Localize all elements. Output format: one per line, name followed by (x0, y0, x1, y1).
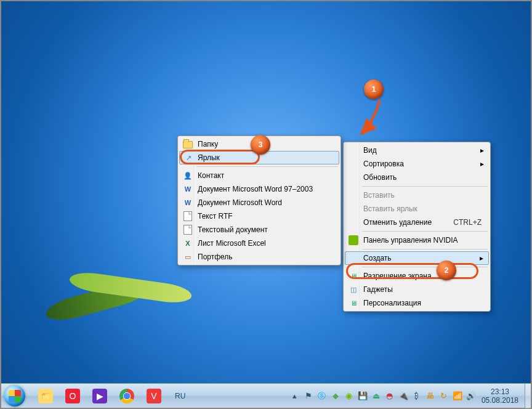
tray-skype-icon[interactable]: ⓢ (316, 391, 328, 402)
windows-logo-icon (4, 386, 25, 407)
folder-icon (183, 139, 193, 149)
tray-printer-icon[interactable]: 🖶 (425, 391, 436, 402)
tray-bluetooth-icon[interactable]: ₿ (411, 391, 422, 402)
callout-1: 1 (364, 79, 384, 99)
vivaldi-icon: V (147, 389, 161, 403)
tray-flag-icon[interactable]: ⚑ (303, 391, 314, 402)
contact-icon: 👤 (183, 171, 193, 180)
show-desktop-button[interactable] (525, 384, 531, 408)
submenu-item-contact[interactable]: 👤Контакт (179, 169, 339, 182)
submenu-item-word[interactable]: WДокумент Microsoft Word (179, 196, 339, 209)
tray-shield-icon[interactable]: ◓ (384, 391, 395, 402)
desktop[interactable]: 1 Вид▸ Сортировка▸ Обновить Вставить Вст… (1, 1, 531, 408)
taskbar-app-chrome[interactable] (115, 386, 139, 406)
tray-volume-icon[interactable]: 🔊 (465, 391, 477, 402)
gadget-icon: ◫ (349, 285, 358, 294)
start-button[interactable] (1, 384, 28, 408)
context-submenu-new: Папку ↗Ярлык 👤Контакт WДокумент Microsof… (177, 136, 341, 265)
tray-disk-icon[interactable]: 💾 (357, 391, 368, 402)
tray-sync-icon[interactable]: ↻ (438, 391, 449, 402)
submenu-item-txt[interactable]: Текстовый документ (179, 223, 339, 237)
chevron-right-icon: ▸ (480, 254, 483, 262)
menu-item-paste: Вставить (345, 188, 489, 202)
chrome-icon (119, 389, 134, 403)
play-icon: ▶ (92, 389, 107, 403)
submenu-item-excel[interactable]: XЛист Microsoft Excel (179, 237, 339, 250)
folder-icon: 📁 (38, 389, 53, 403)
excel-icon: X (183, 238, 193, 248)
menu-item-sort[interactable]: Сортировка▸ (345, 157, 489, 171)
menu-item-personalize[interactable]: 🖥Персонализация (345, 296, 489, 310)
submenu-item-briefcase[interactable]: ▭Портфель (179, 250, 339, 264)
menu-item-new[interactable]: Создать▸ (345, 251, 489, 265)
monitor-icon: 🖥 (349, 271, 358, 281)
system-tray: ▴ ⚑ ⓢ ◆ ◉ 💾 ⏏ ◓ 🔌 ₿ 🖶 ↻ 📶 🔊 23:13 05.08.… (288, 384, 531, 408)
opera-icon: O (65, 389, 80, 403)
tray-network-icon[interactable]: 📶 (452, 391, 463, 402)
tray-show-hidden-icon[interactable]: ▴ (289, 391, 300, 402)
menu-item-gadgets[interactable]: ◫Гаджеты (345, 283, 489, 296)
briefcase-icon: ▭ (183, 252, 193, 262)
chevron-right-icon: ▸ (480, 160, 484, 168)
context-menu-desktop: Вид▸ Сортировка▸ Обновить Вставить Встав… (343, 142, 491, 312)
shortcut-icon: ↗ (183, 153, 193, 163)
taskbar: 📁 O ▶ V RU ▴ ⚑ ⓢ ◆ ◉ 💾 ⏏ ◓ 🔌 ₿ 🖶 ↻ 📶 🔊 2… (1, 383, 531, 408)
taskbar-app-vivaldi[interactable]: V (142, 386, 166, 406)
menu-item-refresh[interactable]: Обновить (345, 171, 489, 184)
tray-app-icon[interactable]: ◆ (330, 391, 341, 402)
taskbar-clock[interactable]: 23:13 05.08.2018 (478, 387, 525, 405)
menu-item-view[interactable]: Вид▸ (345, 144, 489, 157)
submenu-item-word97[interactable]: WДокумент Microsoft Word 97–2003 (179, 182, 339, 196)
submenu-item-rtf[interactable]: Текст RTF (179, 209, 339, 223)
wallpaper-decoration (44, 266, 204, 352)
tray-nvidia-icon[interactable]: ◉ (344, 391, 355, 402)
word-icon: W (183, 198, 193, 208)
nvidia-icon (349, 235, 358, 245)
document-icon (183, 211, 193, 221)
callout-2: 2 (437, 261, 456, 280)
taskbar-app-opera[interactable]: O (60, 386, 85, 406)
menu-item-nvidia[interactable]: Панель управления NVIDIA (345, 233, 489, 247)
menu-item-undo-delete[interactable]: Отменить удалениеCTRL+Z (345, 216, 489, 229)
document-icon (183, 225, 193, 235)
language-indicator[interactable]: RU (171, 391, 189, 402)
menu-item-paste-shortcut: Вставить ярлык (345, 202, 489, 216)
tray-eject-icon[interactable]: ⏏ (371, 391, 382, 402)
tray-power-icon[interactable]: 🔌 (398, 391, 409, 402)
word-icon: W (183, 184, 193, 194)
taskbar-app-explorer[interactable]: 📁 (33, 386, 58, 406)
taskbar-app-player[interactable]: ▶ (87, 386, 112, 406)
callout-3: 3 (251, 135, 270, 155)
menu-item-resolution[interactable]: 🖥Разрешение экрана (345, 269, 489, 283)
personalize-icon: 🖥 (349, 298, 358, 308)
chevron-right-icon: ▸ (480, 146, 484, 155)
